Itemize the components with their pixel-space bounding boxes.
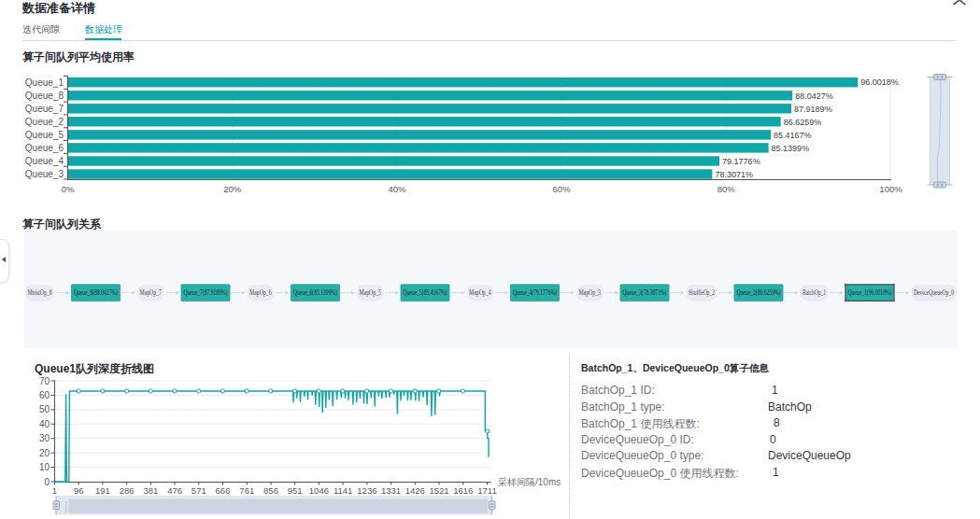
svg-text:DeviceQueueOp_0: DeviceQueueOp_0	[914, 288, 954, 297]
svg-text:MapOp_6: MapOp_6	[249, 288, 272, 297]
svg-text:85.4167%: 85.4167%	[774, 131, 812, 140]
svg-text:80%: 80%	[717, 184, 736, 194]
svg-text:20%: 20%	[223, 184, 242, 194]
svg-text:100%: 100%	[879, 184, 902, 194]
svg-text:96: 96	[74, 485, 84, 496]
svg-text:MapOp_3: MapOp_3	[578, 288, 601, 297]
svg-text:Queue_5: Queue_5	[25, 130, 64, 140]
svg-text:BatchOp_1: BatchOp_1	[802, 288, 826, 297]
svg-text:1521: 1521	[429, 485, 448, 496]
svg-text:0: 0	[44, 477, 50, 487]
svg-text:1616: 1616	[453, 485, 473, 496]
svg-text:0%: 0%	[62, 184, 75, 194]
svg-text:Queue_6(85.1399%): Queue_6(85.1399%)	[293, 288, 337, 297]
svg-text:571: 571	[192, 485, 206, 496]
svg-text:MapOp_4: MapOp_4	[469, 288, 491, 297]
svg-text:20: 20	[39, 448, 50, 458]
svg-text:1141: 1141	[334, 485, 352, 496]
svg-text:1331: 1331	[381, 485, 401, 496]
svg-text:Queue_8(88.0427%): Queue_8(88.0427%)	[74, 288, 118, 297]
svg-text:Queue_8: Queue_8	[25, 91, 64, 101]
svg-text:Queue_5(85.4167%): Queue_5(85.4167%)	[404, 288, 447, 297]
svg-text:MapOp_7: MapOp_7	[139, 288, 162, 297]
svg-text:50: 50	[39, 404, 50, 414]
svg-text:191: 191	[95, 485, 110, 496]
svg-text:Queue_7(87.9189%): Queue_7(87.9189%)	[184, 288, 228, 297]
svg-text:60: 60	[39, 390, 50, 400]
svg-text:1236: 1236	[357, 485, 376, 496]
svg-text:Queue_3(78.3071%): Queue_3(78.3071%)	[623, 288, 667, 297]
svg-text:Queue_1(96.0018%): Queue_1(96.0018%)	[848, 288, 892, 297]
svg-text:MapOp_5: MapOp_5	[359, 288, 381, 297]
svg-text:856: 856	[263, 485, 278, 496]
svg-text:40: 40	[39, 419, 50, 429]
svg-text:Queue_3: Queue_3	[25, 169, 64, 179]
svg-text:1: 1	[52, 485, 57, 496]
svg-text:采样间隔/10ms: 采样间隔/10ms	[498, 477, 561, 487]
svg-text:381: 381	[143, 485, 158, 496]
svg-text:96.0018%: 96.0018%	[860, 77, 899, 87]
svg-text:951: 951	[288, 485, 303, 496]
svg-text:78.3071%: 78.3071%	[715, 170, 753, 179]
svg-text:40%: 40%	[388, 184, 406, 194]
svg-text:Queue_1: Queue_1	[25, 77, 64, 88]
svg-text:88.0427%: 88.0427%	[795, 91, 833, 101]
svg-text:79.1776%: 79.1776%	[722, 157, 760, 166]
svg-text:70: 70	[39, 376, 50, 386]
svg-text:286: 286	[120, 485, 135, 496]
svg-text:Queue_4(79.1776%): Queue_4(79.1776%)	[513, 288, 557, 297]
svg-text:Queue_2(86.6259%): Queue_2(86.6259%)	[737, 288, 781, 297]
svg-text:87.9189%: 87.9189%	[794, 105, 832, 114]
svg-text:Queue_6: Queue_6	[25, 143, 64, 153]
svg-text:1426: 1426	[405, 485, 425, 496]
svg-text:476: 476	[167, 485, 182, 496]
svg-text:86.6259%: 86.6259%	[784, 118, 822, 127]
svg-text:30: 30	[39, 433, 50, 443]
svg-text:MnistOp_8: MnistOp_8	[28, 288, 52, 297]
svg-text:85.1399%: 85.1399%	[772, 144, 810, 153]
svg-text:761: 761	[239, 485, 254, 496]
svg-text:ShuffleOp_2: ShuffleOp_2	[689, 288, 715, 297]
svg-text:666: 666	[216, 485, 231, 496]
svg-text:10: 10	[39, 462, 50, 472]
svg-text:Queue_7: Queue_7	[25, 104, 64, 114]
svg-text:1046: 1046	[309, 485, 329, 496]
svg-text:Queue_2: Queue_2	[25, 117, 64, 127]
svg-text:60%: 60%	[553, 184, 572, 194]
svg-text:Queue_4: Queue_4	[25, 156, 64, 166]
svg-text:1711: 1711	[477, 485, 496, 496]
